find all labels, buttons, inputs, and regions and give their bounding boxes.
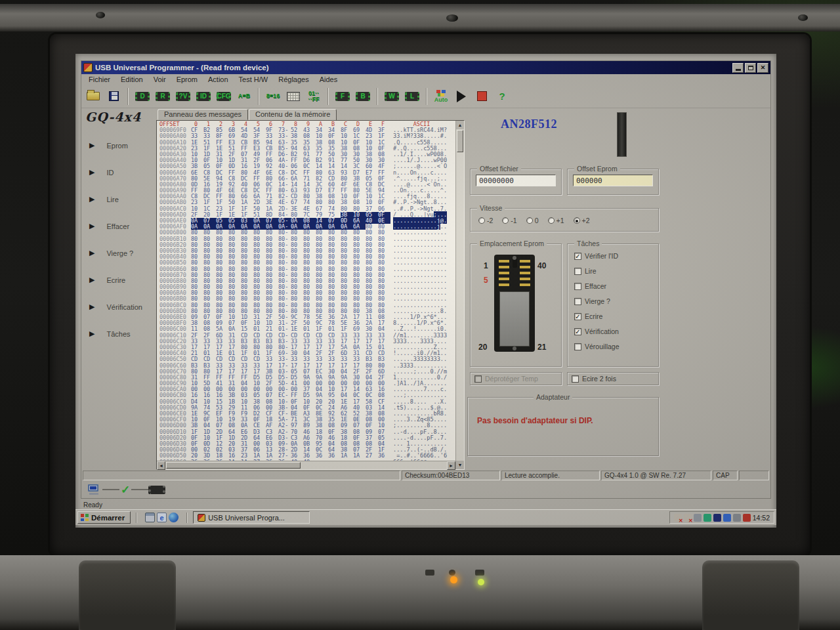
read-id-button[interactable]: ID xyxy=(194,87,213,106)
menu-aides[interactable]: Aides xyxy=(315,75,343,84)
task-checkbox-lire[interactable]: Lire xyxy=(574,267,658,275)
checkbox-icon: ✓ xyxy=(574,313,581,320)
sidebar-item-effacer[interactable]: ▶Effacer xyxy=(81,222,156,230)
write-twice-checkbox[interactable]: Ecire 2 fois xyxy=(568,373,658,383)
speed-radio-plus1[interactable]: +1 xyxy=(548,217,564,224)
chip-f-button[interactable]: F xyxy=(333,87,352,106)
sidebar-item-vierge-[interactable]: ▶Vierge ? xyxy=(81,249,156,257)
sidebar: ▶Eprom▶ID▶Lire▶Effacer▶Vierge ?▶Ecrire▶V… xyxy=(81,124,156,470)
speed-radio-0[interactable]: 0 xyxy=(526,217,539,224)
menu-test-h-w[interactable]: Test H/W xyxy=(234,75,273,84)
start-button[interactable]: Démarrer xyxy=(77,511,131,524)
speed-radio-minus1[interactable]: -1 xyxy=(502,217,516,224)
task-checkbox-effacer[interactable]: Effacer xyxy=(574,282,658,290)
clock[interactable]: 14:52 xyxy=(753,514,770,522)
antivirus-shield-icon[interactable] xyxy=(743,514,751,522)
vertical-scroll-thumb[interactable] xyxy=(457,130,463,152)
auto-button[interactable]: Auto xyxy=(432,87,450,106)
help-button[interactable]: ? xyxy=(493,87,511,106)
task-checkbox-v-rouillage[interactable]: Vérouillage xyxy=(574,343,658,350)
config-button[interactable]: CFG xyxy=(215,87,233,106)
write-device-button[interactable]: W xyxy=(383,87,401,106)
media-player-icon[interactable] xyxy=(169,513,178,522)
edit-buffer-button[interactable] xyxy=(284,87,303,106)
device-select-button[interactable]: D xyxy=(133,87,152,106)
sidebar-item-t-ches[interactable]: ▶Tâches xyxy=(81,329,156,338)
deprotect-box: Déprotéger Temp xyxy=(470,372,562,385)
sidebar-item-label: Vérification xyxy=(106,303,142,311)
fill-buffer-button[interactable]: 01·· ··FF xyxy=(304,87,323,106)
floppy-icon xyxy=(109,91,119,101)
scroll-down-button[interactable]: ▼ xyxy=(456,461,464,469)
tab-panneau-des-messages[interactable]: Panneau des messages xyxy=(158,109,248,120)
save-file-button[interactable] xyxy=(104,87,123,106)
task-checkbox-vierge-[interactable]: Vierge ? xyxy=(574,297,658,305)
task-checkbox-v-rifier-l-id[interactable]: ✓Vérifier l'ID xyxy=(574,252,658,260)
restore-button[interactable] xyxy=(745,63,756,73)
scroll-up-button[interactable]: ▲ xyxy=(456,121,464,129)
task-checkbox-v-rification[interactable]: ✓Vérification xyxy=(574,327,658,335)
status-version: GQ-4x4 1.0 @ SW Re. 7.27 xyxy=(601,471,711,480)
close-button[interactable]: ✕ xyxy=(757,63,768,73)
config-button-part: CFG xyxy=(217,93,230,100)
menu-action[interactable]: Action xyxy=(203,75,233,84)
inserted-chip xyxy=(499,291,530,346)
minimize-button[interactable] xyxy=(732,63,744,73)
clock-utility-icon[interactable] xyxy=(694,514,702,522)
verify-device-button[interactable]: ?V xyxy=(174,87,192,106)
compare-button[interactable]: A=B xyxy=(235,87,253,106)
task-checkbox-ecrire[interactable]: ✓Ecrire xyxy=(574,312,658,320)
open-folder-icon xyxy=(87,92,100,100)
arrow-icon: ▶ xyxy=(89,329,94,338)
menu-r-glages[interactable]: Réglages xyxy=(274,75,313,84)
speed-radio-plus2[interactable]: +2 xyxy=(574,217,590,224)
open-file-button[interactable] xyxy=(84,87,102,106)
horizontal-scrollbar[interactable]: ◄ ► xyxy=(157,461,455,469)
titlebar[interactable]: USB Universal Programmer - (Read from de… xyxy=(81,61,770,74)
vertical-scrollbar[interactable]: ▲ ▼ xyxy=(455,121,464,469)
menu-voir[interactable]: Voir xyxy=(149,75,171,84)
hex-viewer[interactable]: OFFSET 0 1 2 3 4 5 6 7 8 9 A B C D E F A… xyxy=(157,121,455,461)
sidebar-item-id[interactable]: ▶ID xyxy=(81,168,156,177)
menu-edition[interactable]: Edition xyxy=(116,75,148,84)
vertical-scroll-track[interactable] xyxy=(456,153,464,461)
laptop-body xyxy=(0,555,840,630)
scroll-right-button[interactable]: ► xyxy=(447,461,455,470)
sidebar-item-v-rification[interactable]: ▶Vérification xyxy=(81,303,156,311)
sidebar-item-ecrire[interactable]: ▶Ecrire xyxy=(81,276,156,284)
sidebar-item-eprom[interactable]: ▶Eprom xyxy=(81,141,156,150)
minimize-icon xyxy=(736,69,741,71)
offset-eprom-input[interactable]: 000000 xyxy=(573,175,653,186)
speed-radio-minus2[interactable]: -2 xyxy=(478,217,493,224)
taskbar-divider xyxy=(186,513,188,523)
stop-button[interactable] xyxy=(472,87,491,106)
bit-mode-button[interactable]: 8=16 xyxy=(264,87,282,106)
volume-muted-icon[interactable] xyxy=(684,514,692,522)
scroll-left-button[interactable]: ◄ xyxy=(157,461,165,470)
run-button[interactable] xyxy=(452,87,471,106)
offset-file-input[interactable]: 00000000 xyxy=(476,175,556,186)
chip-icon: D xyxy=(135,92,150,101)
screw xyxy=(446,14,458,22)
menu-eprom[interactable]: Eprom xyxy=(172,75,202,84)
sidebar-item-lire[interactable]: ▶Lire xyxy=(81,195,156,203)
task-button[interactable]: USB Universal Progra... xyxy=(193,511,310,524)
network-muted-icon[interactable] xyxy=(674,514,682,522)
read-device-button[interactable]: R xyxy=(154,87,172,106)
tab-contenu-de-la-m-moire[interactable]: Contenu de la mémoire xyxy=(249,109,337,121)
horizontal-scroll-thumb[interactable] xyxy=(166,462,301,469)
lock-device-button[interactable]: L xyxy=(403,87,421,106)
task-monitor-icon[interactable] xyxy=(733,514,741,522)
write-device-button-part: W xyxy=(388,93,394,100)
internet-explorer-icon[interactable]: e xyxy=(157,513,167,522)
display-settings-icon[interactable] xyxy=(723,514,731,522)
menu-fichier[interactable]: Fichier xyxy=(84,75,115,84)
keyboard-layout-icon[interactable] xyxy=(713,514,721,522)
horizontal-scroll-track[interactable] xyxy=(301,461,447,469)
show-desktop-icon[interactable] xyxy=(145,513,155,522)
status-caps: CAP xyxy=(713,471,738,480)
chip-b-button[interactable]: B xyxy=(354,87,372,106)
graphics-utility-icon[interactable] xyxy=(704,514,711,522)
deprotect-checkbox[interactable]: Déprotéger Temp xyxy=(471,373,561,383)
taskbar-divider xyxy=(136,513,137,523)
